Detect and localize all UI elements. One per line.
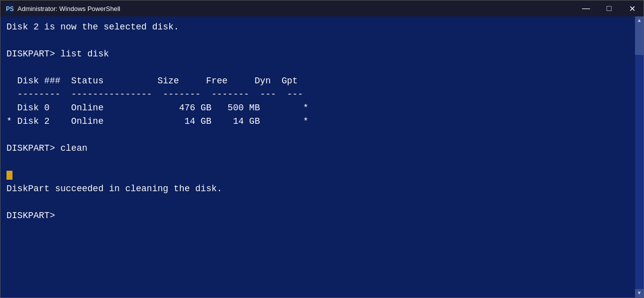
console-line-5: -------- --------------- ------- -------… (6, 89, 303, 99)
title-bar: PS Administrator: Windows PowerShell — □… (0, 0, 644, 16)
console-line-9: DISKPART> clean (6, 143, 87, 153)
console-line-0: Disk 2 is now the selected disk. (6, 22, 179, 32)
console-line-6: Disk 0 Online 476 GB 500 MB * (6, 103, 309, 113)
console-line-10: DISKPART> (6, 211, 60, 221)
scrollbar[interactable]: ▲ ▼ (635, 16, 644, 298)
window-title: Administrator: Windows PowerShell (17, 5, 640, 12)
scroll-track (635, 25, 644, 289)
console-line-2: DISKPART> list disk (6, 49, 109, 59)
minimize-button[interactable]: — (575, 0, 598, 16)
scroll-down-arrow[interactable]: ▼ (635, 289, 644, 298)
console-line-7: * Disk 2 Online 14 GB 14 GB * (6, 116, 309, 126)
cursor-block (6, 171, 12, 180)
svg-text:PS: PS (6, 5, 14, 13)
close-button[interactable]: ✕ (621, 0, 644, 16)
console-line-4: Disk ### Status Size Free Dyn Gpt (6, 76, 298, 86)
console-output[interactable]: Disk 2 is now the selected disk. DISKPAR… (0, 16, 635, 298)
scroll-thumb[interactable] (635, 25, 644, 55)
console-area: Disk 2 is now the selected disk. DISKPAR… (0, 16, 644, 298)
console-line-8: DiskPart succeeded in cleaning the disk. (6, 184, 222, 194)
powershell-icon: PS (4, 3, 14, 13)
window-controls: — □ ✕ (575, 0, 644, 16)
maximize-button[interactable]: □ (598, 0, 621, 16)
powershell-window: PS Administrator: Windows PowerShell — □… (0, 0, 644, 298)
scroll-up-arrow[interactable]: ▲ (635, 16, 644, 25)
